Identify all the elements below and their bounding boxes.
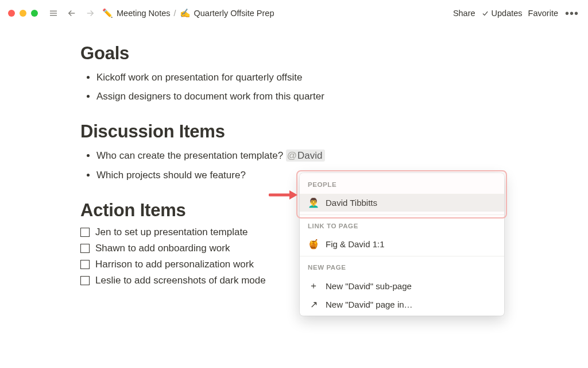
list-item[interactable]: Assign designers to document work from t…	[96, 89, 442, 104]
checkbox-icon[interactable]	[80, 260, 90, 269]
popover-people-label: PEOPLE	[308, 181, 496, 188]
popover-newpage-section: NEW PAGE	[300, 259, 504, 277]
todo-label: Jen to set up presentation template	[95, 227, 248, 238]
todo-label: Harrison to add personalization work	[95, 259, 254, 270]
popover-divider	[300, 214, 504, 215]
discussion-item-text: Who can create the presentation template…	[96, 150, 283, 161]
forward-button[interactable]	[84, 7, 96, 20]
topbar: ✏️ Meeting Notes / ✍️ Quarterly Offsite …	[0, 0, 588, 26]
updates-label: Updates	[492, 9, 523, 18]
arrow-out-icon: ↗	[308, 299, 319, 310]
popover-person-name: David Tibbitts	[326, 198, 377, 208]
mention-token[interactable]: @David	[286, 150, 325, 162]
window-traffic-lights	[8, 10, 38, 17]
popover-new-page-in-item[interactable]: ↗ New "David" page in…	[300, 296, 504, 313]
todo-label: Leslie to add screenshots of dark mode	[95, 275, 266, 286]
mention-text: David	[297, 150, 322, 161]
breadcrumb-parent-icon: ✏️	[102, 8, 113, 18]
plus-icon: ＋	[308, 280, 319, 292]
goals-list: Kickoff work on presentation for quarter…	[80, 70, 442, 104]
breadcrumb-child[interactable]: Quarterly Offsite Prep	[194, 9, 274, 18]
popover-new-subpage-item[interactable]: ＋ New "David" sub-page	[300, 277, 504, 296]
checkbox-icon[interactable]	[80, 228, 90, 237]
discussion-heading: Discussion Items	[80, 121, 442, 142]
share-button[interactable]: Share	[453, 9, 475, 18]
popover-newpage-label: NEW PAGE	[308, 264, 496, 271]
breadcrumb: ✏️ Meeting Notes / ✍️ Quarterly Offsite …	[102, 8, 274, 18]
zoom-window-button[interactable]	[31, 10, 38, 17]
popover-link-label: LINK TO PAGE	[308, 223, 496, 229]
updates-button[interactable]: Updates	[481, 9, 523, 18]
checkbox-icon[interactable]	[80, 276, 90, 285]
back-button[interactable]	[65, 7, 78, 20]
goals-heading: Goals	[80, 43, 442, 64]
breadcrumb-separator: /	[174, 9, 176, 18]
popover-link-title: Fig & David 1:1	[326, 239, 385, 249]
popover-link-item[interactable]: 🍯 Fig & David 1:1	[300, 235, 504, 253]
topbar-left: ✏️ Meeting Notes / ✍️ Quarterly Offsite …	[8, 7, 274, 20]
popover-person-item[interactable]: 👨‍🦱 David Tibbitts	[300, 194, 504, 212]
breadcrumb-child-icon: ✍️	[180, 8, 191, 18]
topbar-right: Share Updates Favorite •••	[453, 7, 580, 19]
popover-people-section: PEOPLE	[300, 177, 504, 194]
hamburger-menu-icon[interactable]	[47, 7, 60, 20]
favorite-button[interactable]: Favorite	[528, 9, 558, 18]
mention-popover: PEOPLE 👨‍🦱 David Tibbitts LINK TO PAGE 🍯…	[300, 173, 504, 316]
more-menu-icon[interactable]: •••	[564, 7, 580, 19]
close-window-button[interactable]	[8, 10, 15, 17]
todo-label: Shawn to add onboarding work	[95, 243, 230, 254]
at-symbol: @	[287, 150, 297, 161]
popover-link-section: LINK TO PAGE	[300, 218, 504, 235]
popover-divider	[300, 256, 504, 256]
page-icon: 🍯	[308, 239, 319, 250]
list-item[interactable]: Who can create the presentation template…	[96, 148, 442, 163]
popover-new-subpage-label: New "David" sub-page	[326, 281, 412, 291]
avatar-icon: 👨‍🦱	[308, 197, 319, 208]
popover-new-page-in-label: New "David" page in…	[326, 300, 413, 309]
minimize-window-button[interactable]	[20, 10, 26, 17]
breadcrumb-parent[interactable]: Meeting Notes	[117, 9, 171, 18]
checkbox-icon[interactable]	[80, 244, 90, 253]
list-item[interactable]: Kickoff work on presentation for quarter…	[96, 70, 442, 85]
